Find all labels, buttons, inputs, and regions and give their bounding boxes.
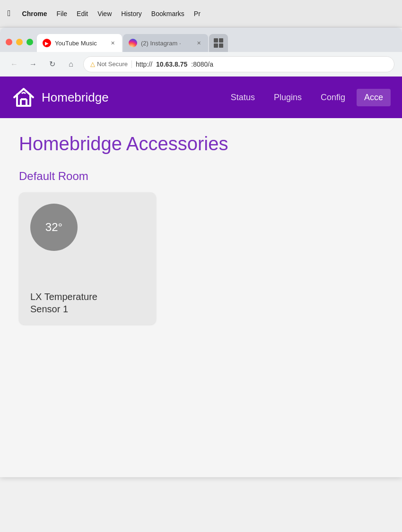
window-controls — [4, 39, 37, 52]
tab-instagram-label: (2) Instagram · — [141, 40, 181, 47]
warning-icon: △ — [90, 60, 95, 68]
url-port: :8080/a — [191, 60, 213, 68]
svg-rect-1 — [219, 38, 223, 43]
instagram-favicon — [129, 39, 137, 47]
youtube-favicon: ▶ — [43, 39, 51, 47]
maximize-dot[interactable] — [26, 39, 33, 45]
tab-third[interactable] — [209, 34, 228, 52]
menubar-edit[interactable]: Edit — [77, 10, 88, 17]
accessories-grid: 32° LX Temperature Sensor 1 — [19, 192, 383, 325]
reload-button[interactable]: ↻ — [45, 58, 59, 71]
accessory-name: LX Temperature Sensor 1 — [30, 291, 145, 315]
close-dot[interactable] — [6, 39, 12, 45]
hb-logo-icon — [11, 85, 36, 110]
menubar:  Chrome File Edit View History Bookmark… — [0, 0, 402, 27]
temp-display: 32° — [30, 204, 78, 251]
tab-youtube-close[interactable]: ✕ — [109, 39, 116, 47]
security-badge: △ Not Secure — [90, 60, 128, 68]
svg-rect-3 — [219, 43, 223, 48]
hb-logo-text: Homebridge — [42, 90, 109, 105]
address-input[interactable]: △ Not Secure http://10.63.8.75:8080/a — [83, 56, 394, 72]
svg-rect-0 — [214, 38, 218, 43]
hb-navbar: Homebridge Status Plugins Config Acce — [0, 77, 402, 118]
divider — [131, 60, 132, 68]
hb-logo[interactable]: Homebridge — [11, 85, 109, 110]
menubar-more[interactable]: Pr — [194, 10, 201, 17]
forward-button[interactable]: → — [26, 58, 40, 71]
url-host: 10.63.8.75 — [156, 60, 187, 68]
menubar-chrome[interactable]: Chrome — [22, 10, 47, 17]
url-prefix: http:// — [136, 60, 152, 68]
tab-youtube-label: YouTube Music — [55, 40, 97, 47]
tab-instagram[interactable]: (2) Instagram · ✕ — [123, 34, 208, 52]
tab-instagram-close[interactable]: ✕ — [195, 39, 202, 47]
menubar-file[interactable]: File — [56, 10, 67, 17]
menubar-history[interactable]: History — [121, 10, 142, 17]
address-bar: ← → ↻ ⌂ △ Not Secure http://10.63.8.75:8… — [0, 52, 402, 77]
tab-bar: ▶ YouTube Music ✕ (2) Instagram · ✕ — [0, 27, 402, 52]
tab-youtube-music[interactable]: ▶ YouTube Music ✕ — [37, 34, 122, 52]
hb-nav-links: Status Plugins Config Acce — [223, 89, 391, 106]
back-button[interactable]: ← — [8, 58, 21, 71]
tabs-container: ▶ YouTube Music ✕ (2) Instagram · ✕ — [37, 34, 398, 52]
nav-accessories[interactable]: Acce — [357, 89, 391, 106]
minimize-dot[interactable] — [16, 39, 23, 45]
chrome-window: ▶ YouTube Music ✕ (2) Instagram · ✕ — [0, 27, 402, 477]
menubar-view[interactable]: View — [97, 10, 112, 17]
room-title: Default Room — [19, 170, 383, 183]
app-content: Homebridge Status Plugins Config Acce Ho… — [0, 77, 402, 477]
accessory-card-temp-sensor[interactable]: 32° LX Temperature Sensor 1 — [19, 192, 156, 325]
svg-rect-2 — [214, 43, 218, 48]
menubar-bookmarks[interactable]: Bookmarks — [151, 10, 184, 17]
home-button[interactable]: ⌂ — [64, 58, 78, 71]
security-label: Not Secure — [97, 60, 128, 68]
nav-plugins[interactable]: Plugins — [266, 89, 309, 106]
tab-third-icon — [213, 37, 224, 49]
page-content: Homebridge Accessories Default Room 32° … — [0, 118, 402, 477]
page-title: Homebridge Accessories — [19, 133, 383, 154]
apple-icon[interactable]:  — [8, 9, 11, 18]
nav-config[interactable]: Config — [313, 89, 353, 106]
nav-status[interactable]: Status — [223, 89, 262, 106]
